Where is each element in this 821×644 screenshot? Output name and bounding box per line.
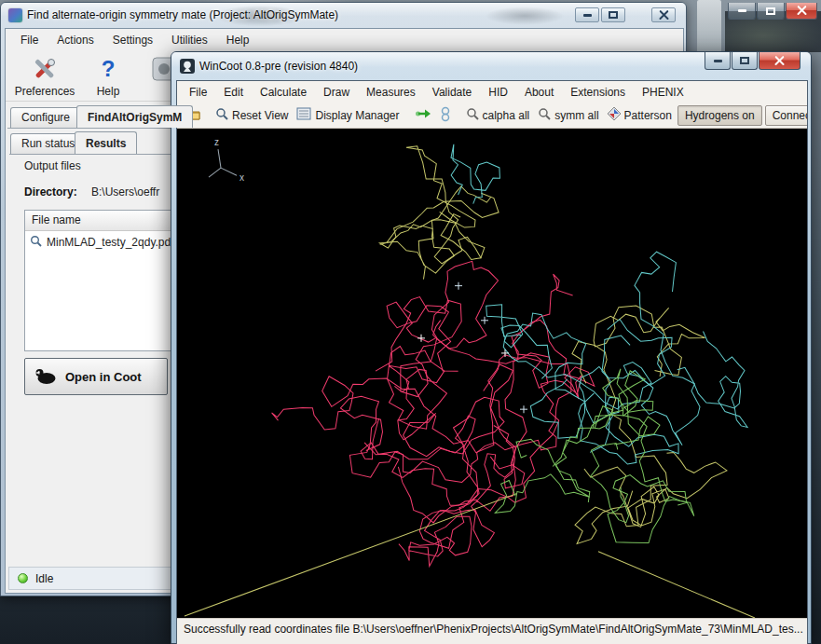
close-button[interactable]	[759, 52, 800, 70]
status-text: Idle	[35, 572, 53, 585]
menu-validate[interactable]: Validate	[425, 83, 479, 102]
help-button[interactable]: ? Help	[84, 54, 132, 98]
magnifier-icon	[538, 107, 551, 123]
menu-actions[interactable]: Actions	[49, 31, 101, 49]
minimize-icon	[583, 14, 592, 17]
minimize-icon	[714, 60, 722, 62]
tab-findaltorigsymmate[interactable]: FindAltOrigSymM	[76, 105, 193, 128]
directory-label: Directory:	[24, 185, 77, 199]
calpha-all-label: calpha all	[483, 109, 530, 122]
tools-icon	[7, 54, 82, 84]
molecule-canvas[interactable]: z x	[177, 129, 807, 618]
molecule-wireframe	[185, 144, 755, 618]
maximize-icon	[609, 11, 618, 19]
phenix-app-icon	[8, 8, 22, 22]
calpha-all-button[interactable]: calpha all	[463, 105, 533, 125]
wincoot-toolbar: Reset View Display Manager	[177, 103, 807, 129]
maximize-icon	[740, 57, 749, 64]
output-files-label: Output files	[24, 159, 81, 172]
display-manager-label: Display Manager	[315, 109, 399, 122]
preferences-label: Preferences	[7, 85, 82, 98]
wincoot-statusbar: Successfully read coordinates file B:\Us…	[177, 618, 807, 639]
magnifier-icon	[215, 107, 228, 123]
menu-file[interactable]: File	[13, 31, 46, 49]
phenix-titlebar[interactable]: Find alternate-origin symmetry mate (Pro…	[1, 3, 686, 28]
desktop: Find alternate-origin symmetry mate (Pro…	[0, 0, 821, 644]
patterson-icon	[608, 107, 621, 123]
minimize-button[interactable]	[728, 3, 756, 20]
minimize-icon	[738, 9, 746, 12]
wincoot-titlebar[interactable]: WinCoot 0.8-pre (revision 4840)	[171, 52, 811, 80]
menu-extensions[interactable]: Extensions	[563, 83, 633, 102]
minimize-button[interactable]	[705, 52, 731, 70]
phenix-menubar: File Actions Settings Utilities Help	[6, 29, 683, 51]
axis-z-label: z	[214, 137, 219, 147]
maximize-button[interactable]	[732, 52, 758, 70]
display-manager-button[interactable]: Display Manager	[294, 105, 402, 125]
statusbar-text: Successfully read coordinates file B:\Us…	[184, 623, 803, 636]
magnifier-icon	[466, 107, 479, 123]
maximize-icon	[766, 7, 775, 15]
phenix-window-title: Find alternate-origin symmetry mate (Pro…	[27, 8, 338, 21]
reset-view-button[interactable]: Reset View	[212, 105, 291, 125]
preferences-button[interactable]: Preferences	[7, 54, 82, 98]
close-icon	[659, 10, 669, 21]
wallpaper-tower	[697, 0, 721, 51]
display-manager-icon	[296, 107, 311, 123]
wincoot-app-icon	[180, 59, 195, 76]
background-window-controls	[728, 3, 817, 20]
menu-edit[interactable]: Edit	[216, 83, 251, 102]
menu-file[interactable]: File	[182, 83, 214, 102]
menu-hid[interactable]: HID	[481, 83, 515, 102]
coot-duck-icon	[34, 366, 58, 388]
close-icon	[797, 6, 807, 16]
green-arrow-icon	[415, 108, 431, 122]
minimize-button[interactable]	[575, 7, 599, 22]
patterson-label: Patterson	[624, 109, 672, 122]
help-icon: ?	[102, 55, 116, 83]
menu-utilities[interactable]: Utilities	[164, 31, 215, 49]
menu-help[interactable]: Help	[219, 31, 257, 49]
directory-value: B:\Users\oeffr	[91, 185, 159, 199]
window-bottom-frame	[177, 639, 807, 644]
symm-all-button[interactable]: symm all	[535, 105, 601, 125]
molecule-viewport[interactable]: z x	[177, 129, 807, 618]
atoms-icon	[440, 106, 451, 125]
file-name: MinMLAD_testy_2qdy.pd	[47, 236, 171, 249]
wincoot-window-title: WinCoot 0.8-pre (revision 4840)	[199, 60, 358, 73]
patterson-button[interactable]: Patterson	[605, 105, 675, 125]
wincoot-client-area: File Edit Calculate Draw Measures Valida…	[176, 80, 808, 644]
recentre-button[interactable]	[412, 106, 434, 124]
magnifier-icon	[30, 235, 42, 250]
hydrogens-toggle-button[interactable]: Hydrogens on	[677, 105, 762, 126]
menu-phenix[interactable]: PHENIX	[635, 83, 691, 102]
open-in-coot-button[interactable]: Open in Coot	[24, 358, 168, 395]
maximize-button[interactable]	[757, 3, 785, 20]
atom-picker-button[interactable]	[437, 104, 454, 127]
tab-results[interactable]: Results	[75, 131, 137, 154]
reset-view-label: Reset View	[232, 109, 288, 122]
menu-calculate[interactable]: Calculate	[253, 83, 314, 102]
wincoot-menubar: File Edit Calculate Draw Measures Valida…	[177, 81, 807, 103]
connected-to-phenix-button[interactable]: Connected to PHENIX	[765, 105, 808, 126]
axis-x-label: x	[239, 172, 244, 183]
menu-draw[interactable]: Draw	[316, 83, 357, 102]
help-label: Help	[84, 85, 132, 98]
wincoot-window-controls	[705, 52, 800, 70]
menu-about[interactable]: About	[517, 83, 561, 102]
menu-settings[interactable]: Settings	[105, 31, 160, 49]
close-button[interactable]	[786, 3, 817, 20]
status-idle-icon	[18, 573, 28, 583]
close-icon	[774, 56, 785, 66]
symm-all-label: symm all	[554, 109, 598, 122]
axes-gizmo: z x	[209, 137, 244, 183]
menu-measures[interactable]: Measures	[359, 83, 423, 102]
wincoot-window: WinCoot 0.8-pre (revision 4840) File Edi…	[171, 51, 812, 644]
maximize-button[interactable]	[601, 7, 625, 22]
tab-configure[interactable]: Configure	[10, 107, 81, 128]
open-in-coot-label: Open in Coot	[65, 370, 142, 384]
close-button[interactable]	[651, 7, 676, 22]
